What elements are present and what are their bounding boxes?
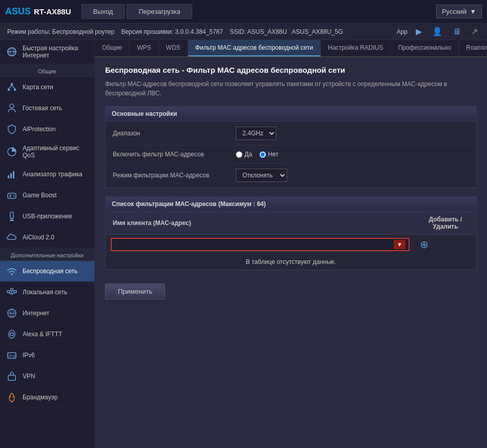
apply-button[interactable]: Применить [105,283,165,299]
mac-address-input[interactable] [115,241,394,248]
lan-icon [6,287,17,298]
svg-rect-17 [10,212,13,218]
tab-mac-filter[interactable]: Фильтр MAC адресов беспроводной сети [188,40,321,56]
tab-radius[interactable]: Настройка RADIUS [321,40,391,56]
lang-label: Русский [442,8,466,15]
page-description: Фильтр МАС-адресов беспроводной сети поз… [105,79,477,98]
sidebar-item-network-map[interactable]: Карта сети [0,77,94,98]
firewall-icon [6,392,17,403]
svg-rect-23 [11,289,13,291]
gameboost-label: Game Boost [23,192,57,199]
sidebar-item-lan[interactable]: Локальная сеть [0,282,94,303]
radio-yes-label[interactable]: Да [236,151,252,158]
sidebar-item-gameboost[interactable]: Game Boost [0,185,94,206]
top-bar: ASUS RT-AX88U Выход Перезагрузка Русский… [0,0,487,24]
guest-network-icon [6,103,17,114]
info-left: Режим работы: Беспроводной роутер Версия… [7,28,343,35]
svg-rect-33 [8,375,15,380]
svg-rect-10 [10,173,12,178]
mac-dropdown-button[interactable]: ▼ [394,240,405,249]
ipv6-label: IPv6 [23,352,35,359]
field-label-filter-mode: Режим фильтрации МАС-адресов [106,164,229,188]
svg-point-7 [10,104,14,108]
content-area: Общие WPS WDS Фильтр MAC адресов беспров… [95,40,487,448]
field-label-mac-filter: Включить фильтр МАС-адресов [106,146,229,164]
monitor-icon[interactable]: 🖥 [451,26,463,37]
col-header-client: Имя клиента (МАС-адрес) [106,212,415,235]
band-select[interactable]: 2.4GHz 5GHz [236,127,276,140]
mac-input-cell: ▼ [106,235,415,255]
sidebar-item-aicloud[interactable]: AiCloud 2.0 [0,227,94,248]
field-row-filter-mode: Режим фильтрации МАС-адресов Отклонять П… [106,164,476,188]
play-icon[interactable]: ▶ [414,26,424,37]
sidebar-item-vpn[interactable]: VPN [0,366,94,387]
tab-professional[interactable]: Профессионально [391,40,459,56]
col-header-action: Добавить / Удалить [415,212,476,235]
quick-internet-icon [6,46,17,57]
svg-rect-3 [8,89,10,91]
radio-no[interactable] [259,151,266,158]
svg-line-26 [12,293,15,294]
firmware-value[interactable]: 3.0.0.4.384_5787 [175,28,223,35]
tab-roaming-block-list[interactable]: Roaming Block List [459,40,487,56]
svg-rect-2 [11,83,13,85]
mode-value[interactable]: Беспроводной роутер [52,28,114,35]
svg-rect-11 [13,171,14,178]
sidebar-item-alexa[interactable]: Alexa & IFTTT [0,324,94,345]
svg-point-30 [10,333,13,336]
add-mac-button[interactable]: ⊕ [420,238,429,251]
game-boost-icon [6,190,17,201]
sidebar-item-aiprotection[interactable]: AiProtection [0,119,94,140]
page-title: Беспроводная сеть - Фильтр МАС адресов б… [105,66,477,74]
empty-data-row: В таблице отсутствуют данные. [106,254,476,270]
tab-general[interactable]: Общие [95,40,130,56]
filter-list-header: Список фильтрации МАС-адресов (Максимум … [106,197,476,212]
field-row-band: Диапазон 2.4GHz 5GHz [106,121,476,146]
sidebar-item-usb[interactable]: USB-приложение [0,206,94,227]
traffic-label: Анализатор трафика [23,171,83,178]
sidebar-section-general: Общие [0,64,94,77]
user-icon[interactable]: 👤 [430,26,444,37]
sidebar-item-quick-internet[interactable]: Быстрая настройка Интернет [0,40,94,64]
basic-settings-section: Основные настройки Диапазон 2.4GHz 5GHz … [105,106,477,188]
firewall-label: Брандмауэр [23,394,57,401]
vpn-icon [6,371,17,382]
info-bar: Режим работы: Беспроводной роутер Версия… [0,24,487,40]
sidebar-item-firewall[interactable]: Брандмауэр [0,387,94,408]
sidebar-item-internet[interactable]: Интернет [0,303,94,324]
mode-label: Режим работы: [7,28,50,35]
usb-app-icon [6,211,17,222]
field-value-filter-mode: Отклонять Принимать [229,164,476,188]
field-value-band: 2.4GHz 5GHz [229,121,476,146]
field-label-band: Диапазон [106,121,229,146]
ssid-5g[interactable]: ASUS_AX88U_5G [292,28,343,35]
sidebar-item-guest-network[interactable]: Гостевая сеть [0,98,94,119]
filter-list-section: Список фильтрации МАС-адресов (Максимум … [105,196,477,270]
field-value-mac-filter: Да Нет [229,146,476,164]
lang-selector[interactable]: Русский ▼ [436,5,482,18]
mac-filter-radio-group: Да Нет [236,151,469,158]
sidebar-item-qos[interactable]: Адаптивный сервис QoS [0,140,94,164]
internet-icon [6,308,17,319]
tab-wds[interactable]: WDS [159,40,188,56]
svg-point-16 [14,196,15,197]
svg-point-29 [9,330,15,338]
firmware-label: Версия прошивки: [121,28,173,35]
mac-input-row: ▼ ⊕ [106,235,476,255]
radio-yes[interactable] [236,151,242,158]
sidebar-item-traffic[interactable]: Анализатор трафика [0,164,94,185]
aiprotection-label: AiProtection [23,126,56,133]
svg-line-5 [9,85,12,89]
exit-tab[interactable]: Выход [82,4,125,19]
sidebar-item-wireless[interactable]: Беспроводная сеть [0,261,94,282]
ssid-2g[interactable]: ASUS_AX88U [247,28,287,35]
radio-no-label[interactable]: Нет [259,151,278,158]
tab-wps[interactable]: WPS [130,40,158,56]
aiprotection-icon [6,124,17,135]
share-icon[interactable]: ↗ [469,26,480,37]
sidebar-item-ipv6[interactable]: IPv6 IPv6 [0,345,94,366]
filter-mode-select[interactable]: Отклонять Принимать [236,169,287,182]
reboot-tab[interactable]: Перезагрузка [127,4,192,19]
empty-data-message: В таблице отсутствуют данные. [106,254,476,270]
wireless-label: Беспроводная сеть [23,268,77,275]
